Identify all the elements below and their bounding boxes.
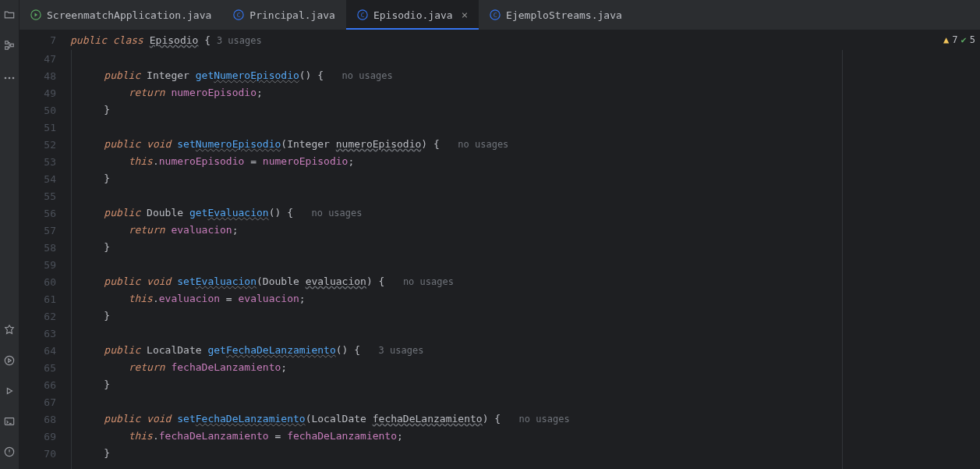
svg-point-5 bbox=[12, 77, 15, 80]
svg-rect-1 bbox=[5, 47, 9, 50]
svg-text:C: C bbox=[361, 12, 365, 19]
svg-rect-2 bbox=[11, 44, 14, 47]
sticky-line-number: 7 bbox=[19, 34, 70, 46]
class-name: Episodio bbox=[150, 34, 199, 46]
structure-icon[interactable] bbox=[4, 40, 15, 53]
tab-label: Episodio.java bbox=[373, 9, 453, 21]
tab-label: ScreenmatchApplication.java bbox=[47, 9, 211, 21]
usages-hint[interactable]: no usages bbox=[403, 276, 454, 287]
usages-hint[interactable]: no usages bbox=[311, 208, 362, 219]
class-icon: C bbox=[357, 9, 368, 20]
usages-hint[interactable]: 3 usages bbox=[217, 35, 262, 46]
close-icon[interactable]: × bbox=[462, 9, 468, 21]
usages-hint[interactable]: no usages bbox=[458, 139, 508, 150]
tab-episodio[interactable]: C Episodio.java × bbox=[346, 0, 479, 30]
terminal-icon[interactable] bbox=[4, 416, 15, 429]
editor-tabs: ScreenmatchApplication.java C Principal.… bbox=[19, 0, 980, 30]
usages-hint[interactable]: no usages bbox=[519, 414, 570, 425]
svg-point-4 bbox=[9, 77, 11, 80]
check-icon: ✔ bbox=[961, 34, 967, 45]
debug-icon[interactable] bbox=[4, 386, 15, 399]
svg-text:C: C bbox=[237, 12, 241, 19]
run-icon[interactable] bbox=[4, 355, 15, 368]
run-class-icon bbox=[30, 9, 41, 20]
warning-count: 7 bbox=[952, 34, 957, 45]
tab-label: Principal.java bbox=[249, 9, 335, 21]
code-editor[interactable]: 7 public class Episodio { 3 usages ▲7 ✔5… bbox=[19, 30, 980, 469]
warning-icon: ▲ bbox=[943, 34, 949, 45]
svg-text:C: C bbox=[494, 12, 497, 19]
svg-rect-0 bbox=[5, 41, 9, 44]
line-gutter[interactable]: 4748495051525354555657585960616263646566… bbox=[19, 50, 70, 469]
inspection-status[interactable]: ▲7 ✔5 bbox=[943, 34, 975, 45]
tab-principal[interactable]: C Principal.java bbox=[222, 0, 346, 30]
class-icon: C bbox=[233, 9, 244, 20]
problems-icon[interactable] bbox=[4, 446, 15, 460]
tab-screenmatchapplication[interactable]: ScreenmatchApplication.java bbox=[19, 0, 222, 30]
folder-icon[interactable] bbox=[4, 9, 15, 23]
left-tool-strip bbox=[0, 0, 19, 469]
usages-hint[interactable]: 3 usages bbox=[379, 345, 424, 356]
svg-point-6 bbox=[5, 356, 13, 364]
usages-hint[interactable]: no usages bbox=[342, 70, 393, 81]
build-icon[interactable] bbox=[4, 325, 15, 338]
class-icon: C bbox=[490, 9, 501, 20]
tab-label: EjemploStreams.java bbox=[506, 9, 622, 21]
sticky-header: 7 public class Episodio { 3 usages ▲7 ✔5 bbox=[19, 30, 980, 50]
code-content[interactable]: public Integer getNumeroEpisodio() { no … bbox=[70, 50, 980, 469]
svg-point-3 bbox=[5, 77, 7, 80]
more-icon[interactable] bbox=[4, 70, 15, 82]
tab-ejemplostreams[interactable]: C EjemploStreams.java bbox=[479, 0, 633, 30]
check-count: 5 bbox=[970, 34, 975, 45]
